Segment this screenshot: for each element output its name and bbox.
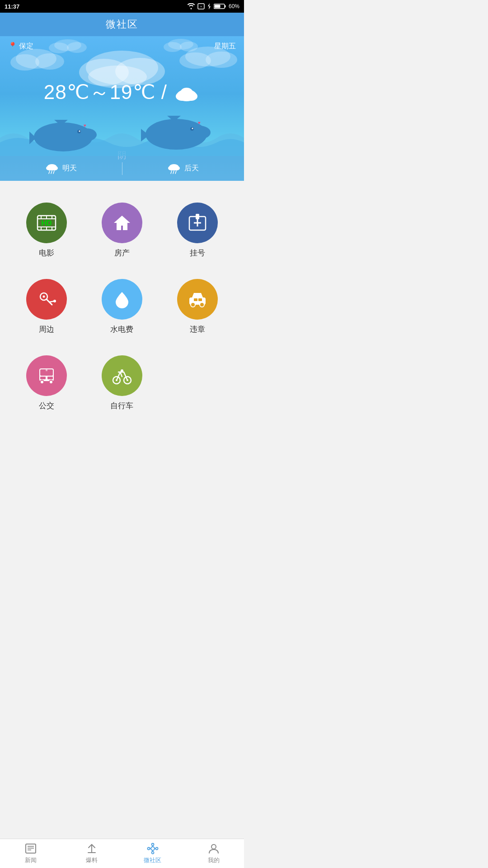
svg-rect-5 [214,5,220,8]
svg-text:♥: ♥ [198,120,201,125]
svg-rect-80 [47,377,53,379]
svg-rect-75 [194,298,197,301]
app-header: 微社区 [0,13,244,36]
movie-icon-circle: HD [26,203,67,243]
menu-item-nearby[interactable]: 周边 [9,271,84,343]
traffic-icon-circle [177,279,218,320]
svg-point-38 [192,128,193,129]
realestate-icon-circle [102,203,142,243]
menu-grid: HD 电影 房产 [0,181,244,428]
svg-line-49 [171,171,172,174]
movie-icon: HD [36,212,57,234]
forecast-dayafter: 后天 [122,163,244,175]
svg-point-68 [43,296,45,298]
svg-marker-2 [208,3,211,9]
weather-temperature: 28℃～19℃ / 阴 [0,79,244,106]
traffic-label: 违章 [190,324,205,335]
svg-point-74 [200,302,204,307]
whale-decoration: ♥ ♥ [0,111,244,156]
svg-point-82 [49,380,53,384]
rain-icon-dayafter [167,163,181,175]
svg-point-12 [35,53,64,70]
bike-icon [111,365,133,387]
bike-label: 自行车 [110,401,133,411]
svg-point-41 [46,166,52,170]
svg-point-73 [191,302,195,307]
bike-icon-circle [102,355,142,396]
svg-point-71 [53,300,56,302]
svg-rect-76 [198,298,202,301]
svg-rect-83 [46,368,47,371]
cloud-icon [173,85,200,103]
utilities-label: 水电费 [110,324,133,335]
sim-icon: × [197,3,205,9]
svg-line-43 [49,171,50,174]
svg-point-15 [206,52,237,68]
svg-line-88 [120,372,122,377]
svg-rect-4 [225,5,225,8]
svg-line-51 [175,171,176,174]
battery-icon [214,3,226,9]
svg-line-45 [53,171,54,174]
svg-rect-79 [40,377,46,379]
status-time: 11:37 [5,3,19,10]
forecast-row: 明天 后天 [0,156,244,181]
menu-item-utilities[interactable]: 水电费 [84,271,160,343]
appointment-label: 挂号 [190,248,205,258]
status-icons: × 60% [187,3,239,9]
bus-icon [36,365,57,387]
svg-point-31 [79,131,80,132]
svg-point-18 [67,42,87,53]
rain-icon-tomorrow [45,163,59,175]
svg-line-50 [173,171,174,174]
svg-point-20 [164,42,182,52]
nearby-icon [36,288,57,310]
menu-item-realestate[interactable]: 房产 [84,194,160,266]
nearby-icon-circle [26,279,67,320]
forecast-tomorrow: 明天 [0,163,122,175]
nearby-label: 周边 [39,324,54,335]
svg-point-42 [52,166,58,170]
svg-text:HD: HD [42,219,52,227]
menu-item-traffic[interactable]: 违章 [160,271,235,343]
svg-point-81 [40,380,44,384]
svg-point-25 [180,88,193,98]
car-icon [187,288,208,310]
svg-marker-62 [114,216,130,230]
battery-text: 60% [229,3,239,9]
charging-icon [207,3,211,9]
menu-item-appointment[interactable]: 挂号 [160,194,235,266]
svg-rect-64 [196,214,199,219]
svg-line-44 [51,171,52,174]
menu-item-bus[interactable]: 公交 [9,347,84,419]
medical-icon [187,212,208,234]
menu-item-bike[interactable]: 自行车 [84,347,160,419]
svg-point-11 [10,54,39,71]
svg-point-21 [180,42,198,52]
water-icon [111,288,133,310]
bus-label: 公交 [39,401,54,411]
menu-item-movie[interactable]: HD 电影 [9,194,84,266]
wifi-icon [187,3,195,9]
svg-text:×: × [200,5,202,8]
svg-text:♥: ♥ [84,123,86,128]
utilities-icon-circle [102,279,142,320]
bus-icon-circle [26,355,67,396]
svg-point-47 [168,166,174,170]
movie-label: 电影 [39,248,54,258]
app-title: 微社区 [106,18,138,31]
appointment-icon-circle [177,203,218,243]
house-icon [111,212,133,234]
weather-banner: 📍 保定 星期五 [0,36,244,181]
svg-point-90 [121,369,123,372]
realestate-label: 房产 [114,248,130,258]
svg-point-17 [49,42,69,53]
svg-point-48 [174,166,180,170]
status-bar: 11:37 × 60% [0,0,244,13]
